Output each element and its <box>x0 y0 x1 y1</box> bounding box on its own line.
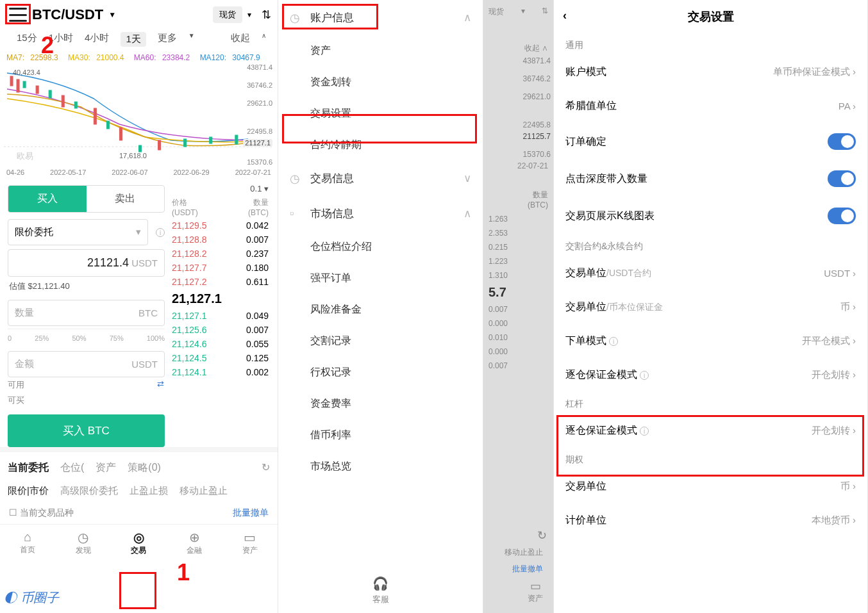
page-title: 交易设置 <box>688 10 734 23</box>
buy-sell-tabs: 买入 卖出 <box>8 185 165 213</box>
menu-liquidation[interactable]: 强平订单 <box>278 263 483 294</box>
swap-icon: ⇅ <box>542 6 548 17</box>
tf-15m[interactable]: 15分 <box>17 32 37 47</box>
menu-cooldown[interactable]: 合约冷静期 <box>278 129 483 161</box>
menu-tier[interactable]: 仓位档位介绍 <box>278 231 483 263</box>
menu-funding[interactable]: 资金费率 <box>278 388 483 420</box>
svg-rect-1 <box>10 76 13 86</box>
quantity-input[interactable]: 数量BTC <box>8 300 165 326</box>
mid-price: 21,127.1 <box>172 289 269 309</box>
svg-rect-12 <box>139 145 142 152</box>
tf-more[interactable]: 更多 <box>158 32 177 47</box>
svg-rect-11 <box>106 121 109 129</box>
group-general: 通用 <box>554 33 867 55</box>
menu-reserve[interactable]: 风险准备金 <box>278 294 483 325</box>
row-quote-unit[interactable]: 计价单位本地货币 › <box>554 503 867 537</box>
toggle-on-icon <box>828 170 856 187</box>
svg-rect-7 <box>158 140 161 150</box>
nav-discover[interactable]: ◷发现 <box>76 530 91 556</box>
estimate-label: 估值 $21,121.40 <box>8 277 164 296</box>
menu-borrow-rate[interactable]: 借币利率 <box>278 420 483 451</box>
price-input[interactable]: 21121.4 USDT <box>8 249 165 277</box>
svg-rect-14 <box>210 137 212 143</box>
candlestick-chart[interactable]: 40,423.4 17,618.0 欧易 43871.4 36746.2 296… <box>4 63 274 166</box>
buy-tab[interactable]: 买入 <box>8 186 87 212</box>
settings-icon[interactable]: ⇅ <box>262 8 271 22</box>
nav-home[interactable]: ⌂首页 <box>20 530 35 556</box>
svg-rect-10 <box>74 102 77 108</box>
nav-assets[interactable]: ▭资产 <box>242 530 258 556</box>
available-row: 可用 ⇄ <box>8 377 164 393</box>
tab-open-orders[interactable]: 当前委托 <box>8 461 49 475</box>
chart-xaxis: 04-262022-05-17 2022-06-072022-06-29 202… <box>0 166 278 179</box>
current-pair-checkbox[interactable]: ☐ 当前交易品种 <box>9 507 74 519</box>
hamburger-menu-icon[interactable] <box>9 8 27 22</box>
chevron-up-icon: ∧ <box>463 207 471 220</box>
order-subtabs: 限价|市价 高级限价委托 止盈止损 移动止盈止 <box>0 480 278 502</box>
dimmed-background: 现货▾⇅ 收起 ∧ 43871.4 36746.2 29621.0 22495.… <box>483 0 554 613</box>
section-trade[interactable]: ◷ 交易信息 ∨ <box>278 161 483 196</box>
tab-positions[interactable]: 仓位( <box>60 461 84 475</box>
trade-settings-screen: ‹ 交易设置 通用 账户模式单币种保证金模式 › 希腊值单位PA › 订单确定 … <box>554 0 868 613</box>
toggle-on-icon <box>828 208 856 224</box>
nav-finance[interactable]: ⊕金融 <box>187 530 202 556</box>
tab-strategy[interactable]: 策略(0) <box>128 461 161 475</box>
history-icon: ↻ <box>537 528 547 543</box>
amount-input[interactable]: 金额USDT <box>8 351 165 377</box>
row-depth-qty[interactable]: 点击深度带入数量 <box>554 160 867 197</box>
section-account[interactable]: ◷ 账户信息 ∧ <box>278 0 483 35</box>
customer-service[interactable]: 🎧 客服 <box>278 576 483 605</box>
clock-icon: ◷ <box>290 172 303 186</box>
trading-pair[interactable]: BTC/USDT <box>32 6 103 23</box>
svg-rect-6 <box>119 127 122 140</box>
row-order-confirm[interactable]: 订单确定 <box>554 123 867 160</box>
group-leverage: 杠杆 <box>554 392 867 414</box>
menu-market-overview[interactable]: 市场总览 <box>278 451 483 482</box>
row-isolated-margin-1[interactable]: 逐仓保证金模式i开仓划转 › <box>554 358 867 392</box>
menu-trade-settings[interactable]: 交易设置 <box>278 98 483 129</box>
svg-rect-4 <box>62 95 64 107</box>
row-option-unit[interactable]: 交易单位币 › <box>554 470 867 503</box>
tab-assets[interactable]: 资产 <box>96 461 116 475</box>
svg-rect-13 <box>184 139 187 147</box>
headset-icon: 🎧 <box>278 576 483 591</box>
menu-exercise[interactable]: 行权记录 <box>278 357 483 388</box>
menu-transfer[interactable]: 资金划转 <box>278 67 483 98</box>
info-icon[interactable]: i <box>156 228 165 237</box>
trading-screen: 2 BTC/USDT ▼ 现货 ▾ ⇅ 15分 1小时 4小时 1天 更多▼ 收… <box>0 0 278 613</box>
chevron-down-icon: ∨ <box>463 172 471 185</box>
svg-rect-2 <box>17 79 19 92</box>
tf-1d[interactable]: 1天 <box>121 32 146 47</box>
percent-slider[interactable]: 025% 50%75% 100% <box>8 329 165 347</box>
history-icon[interactable]: ↻ <box>262 461 270 475</box>
row-trade-unit-usdt[interactable]: 交易单位/USDT合约USDT › <box>554 256 867 290</box>
order-type-select[interactable]: 限价委托 ▾ <box>8 219 148 245</box>
tf-collapse[interactable]: 收起 <box>231 32 250 47</box>
batch-cancel-link[interactable]: 批量撤单 <box>233 507 269 519</box>
nav-trade[interactable]: ◎交易 <box>131 530 146 556</box>
back-icon[interactable]: ‹ <box>563 9 567 22</box>
row-show-kline[interactable]: 交易页展示K线图表 <box>554 197 867 234</box>
menu-assets[interactable]: 资产 <box>278 35 483 67</box>
menu-delivery[interactable]: 交割记录 <box>278 325 483 357</box>
orderbook: 0.1 ▾ 价格(USDT)数量(BTC) 21,129.50.042 21,1… <box>172 179 278 447</box>
row-isolated-margin-2[interactable]: 逐仓保证金模式i开仓划转 › <box>554 414 867 448</box>
row-trade-unit-coin[interactable]: 交易单位/币本位保证金币 › <box>554 290 867 324</box>
svg-rect-15 <box>235 135 238 144</box>
chevron-down-icon[interactable]: ▼ <box>108 10 116 19</box>
row-order-mode[interactable]: 下单模式i开平仓模式 › <box>554 324 867 358</box>
buy-button[interactable]: 买入 BTC <box>8 414 165 447</box>
row-greek-unit[interactable]: 希腊值单位PA › <box>554 89 867 123</box>
bottom-nav: ⌂首页 ◷发现 ◎交易 ⊕金融 ▭资产 <box>0 524 278 559</box>
group-futures: 交割合约&永续合约 <box>554 234 867 256</box>
svg-rect-8 <box>23 81 26 88</box>
row-account-mode[interactable]: 账户模式单币种保证金模式 › <box>554 55 867 89</box>
section-market[interactable]: ▫ 市场信息 ∧ <box>278 196 483 231</box>
clock-icon: ◷ <box>290 11 303 25</box>
chart-watermark: 欧易 <box>17 151 33 162</box>
tf-4h[interactable]: 4小时 <box>85 32 109 47</box>
side-menu: ◷ 账户信息 ∧ 资产 资金划转 交易设置 合约冷静期 ◷ 交易信息 ∨ ▫ 市… <box>278 0 483 613</box>
sell-tab[interactable]: 卖出 <box>87 186 165 212</box>
svg-rect-9 <box>49 90 51 98</box>
mode-pill[interactable]: 现货 <box>213 6 242 23</box>
